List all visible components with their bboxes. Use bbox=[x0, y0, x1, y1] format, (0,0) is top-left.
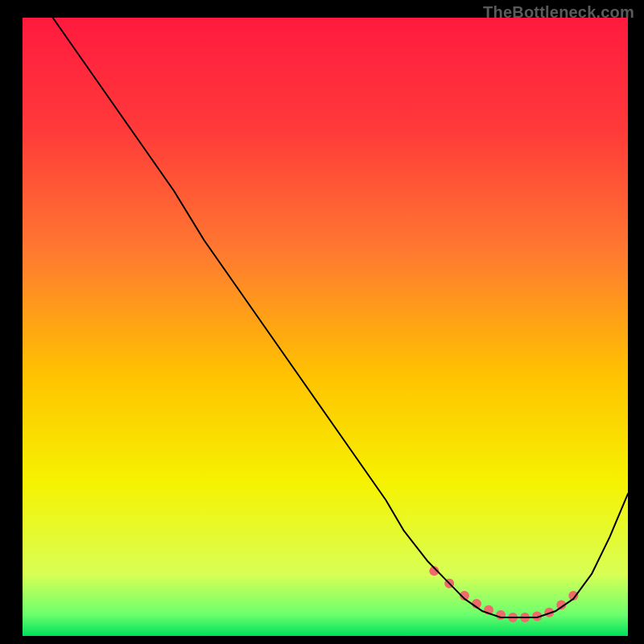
watermark-text: TheBottleneck.com bbox=[483, 3, 634, 22]
bottleneck-chart bbox=[0, 0, 644, 644]
optimal-zone-marker bbox=[496, 610, 506, 620]
chart-container: { "watermark": "TheBottleneck.com", "cha… bbox=[0, 0, 644, 644]
plot-area bbox=[23, 18, 628, 636]
